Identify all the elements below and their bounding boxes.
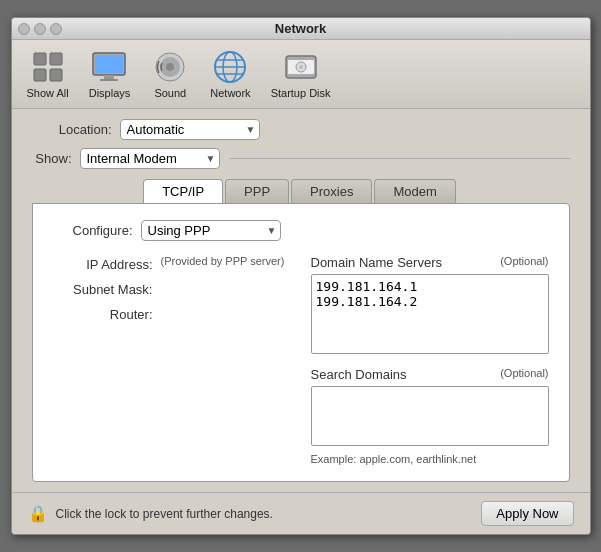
svg-rect-7: [100, 79, 118, 81]
show-label: Show:: [32, 151, 72, 166]
startup-disk-icon: [283, 49, 319, 85]
svg-rect-5: [95, 55, 123, 73]
router-label: Router:: [53, 305, 153, 322]
two-column-layout: IP Address: (Provided by PPP server) Sub…: [53, 255, 549, 465]
network-window: Network Show All: [11, 17, 591, 535]
minimize-button[interactable]: [34, 23, 46, 35]
lock-text: Click the lock to prevent further change…: [56, 507, 273, 521]
svg-rect-6: [104, 75, 114, 79]
show-divider: [230, 158, 570, 159]
tab-tcpip[interactable]: TCP/IP: [143, 179, 223, 203]
router-row: Router:: [53, 305, 291, 322]
show-row: Show: Internal Modem ▼: [32, 148, 570, 169]
startup-disk-label: Startup Disk: [271, 87, 331, 99]
subnet-mask-row: Subnet Mask:: [53, 280, 291, 297]
svg-point-10: [166, 63, 174, 71]
network-label: Network: [210, 87, 250, 99]
apply-now-button[interactable]: Apply Now: [481, 501, 573, 526]
search-textarea[interactable]: [311, 386, 549, 446]
sound-icon: [152, 49, 188, 85]
show-all-label: Show All: [27, 87, 69, 99]
displays-label: Displays: [89, 87, 131, 99]
configure-select[interactable]: Using PPP: [141, 220, 281, 241]
ip-address-value-wrap: (Provided by PPP server): [161, 255, 285, 267]
svg-rect-0: [34, 53, 46, 65]
search-example: Example: apple.com, earthlink.net: [311, 453, 549, 465]
zoom-button[interactable]: [50, 23, 62, 35]
toolbar-network[interactable]: Network: [205, 46, 255, 102]
left-column: IP Address: (Provided by PPP server) Sub…: [53, 255, 291, 465]
main-content: Location: Automatic ▼ Show: Internal Mod…: [12, 109, 590, 492]
configure-select-wrap: Using PPP ▼: [141, 220, 281, 241]
dns-label-row: Domain Name Servers (Optional): [311, 255, 549, 270]
configure-label: Configure:: [53, 223, 133, 238]
tab-proxies[interactable]: Proxies: [291, 179, 372, 203]
search-label-row: Search Domains (Optional): [311, 367, 549, 382]
dns-textarea[interactable]: 199.181.164.1 199.181.164.2: [311, 274, 549, 354]
search-domains-label: Search Domains: [311, 367, 407, 382]
svg-point-19: [299, 65, 303, 69]
toolbar-startup-disk[interactable]: Startup Disk: [266, 46, 336, 102]
toolbar-show-all[interactable]: Show All: [22, 46, 74, 102]
sound-label: Sound: [154, 87, 186, 99]
show-select[interactable]: Internal Modem: [80, 148, 220, 169]
ip-address-label: IP Address:: [53, 255, 153, 272]
tab-ppp[interactable]: PPP: [225, 179, 289, 203]
toolbar-displays[interactable]: Displays: [84, 46, 136, 102]
search-domains-optional: (Optional): [500, 367, 548, 382]
svg-rect-2: [34, 69, 46, 81]
location-row: Location: Automatic ▼: [32, 119, 570, 140]
right-column: Domain Name Servers (Optional) 199.181.1…: [311, 255, 549, 465]
subnet-mask-label: Subnet Mask:: [53, 280, 153, 297]
footer: 🔒 Click the lock to prevent further chan…: [12, 492, 590, 534]
window-controls: [18, 23, 62, 35]
svg-rect-3: [50, 69, 62, 81]
toolbar: Show All Displays: [12, 40, 590, 109]
dns-label-text: Domain Name Servers: [311, 255, 443, 270]
tabs-bar: TCP/IP PPP Proxies Modem: [32, 179, 570, 203]
toolbar-sound[interactable]: Sound: [145, 46, 195, 102]
show-all-icon: [30, 49, 66, 85]
ip-address-row: IP Address: (Provided by PPP server): [53, 255, 291, 272]
network-icon: [212, 49, 248, 85]
footer-left: 🔒 Click the lock to prevent further chan…: [28, 504, 273, 523]
svg-rect-1: [50, 53, 62, 65]
tab-modem[interactable]: Modem: [374, 179, 455, 203]
tab-content: Configure: Using PPP ▼ IP Address: (Prov…: [32, 203, 570, 482]
dns-optional-text: (Optional): [500, 255, 548, 270]
window-title: Network: [275, 21, 326, 36]
title-bar: Network: [12, 18, 590, 40]
close-button[interactable]: [18, 23, 30, 35]
location-select-wrap: Automatic ▼: [120, 119, 260, 140]
location-label: Location:: [32, 122, 112, 137]
lock-icon[interactable]: 🔒: [28, 504, 48, 523]
ip-address-sub: (Provided by PPP server): [161, 255, 285, 267]
show-select-wrap: Internal Modem ▼: [80, 148, 220, 169]
configure-row: Configure: Using PPP ▼: [53, 220, 549, 241]
location-select[interactable]: Automatic: [120, 119, 260, 140]
displays-icon: [91, 49, 127, 85]
